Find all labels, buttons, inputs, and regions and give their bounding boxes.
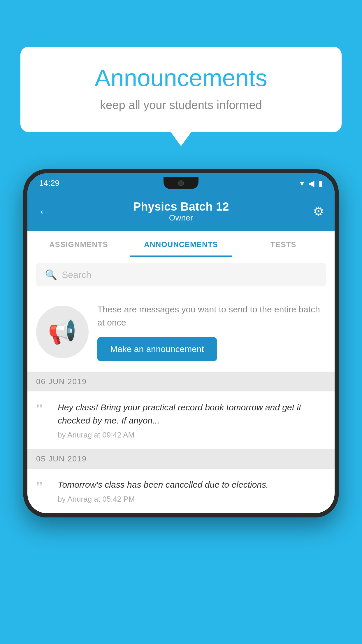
tabs-bar: ASSIGNMENTS ANNOUNCEMENTS TESTS bbox=[27, 231, 335, 257]
megaphone-icon: 📢 bbox=[48, 318, 77, 346]
announcement-intro-section: 📢 These are messages you want to send to… bbox=[27, 292, 335, 372]
header-title-group: Physics Batch 12 Owner bbox=[133, 200, 229, 223]
settings-button[interactable]: ⚙ bbox=[307, 204, 324, 218]
wifi-icon: ▾ bbox=[300, 178, 304, 188]
announcement-item-2: " Tomorrow's class has been cancelled du… bbox=[27, 469, 335, 513]
announcement-text-2: Tomorrow's class has been cancelled due … bbox=[58, 478, 326, 491]
announcement-content-1: Hey class! Bring your practical record b… bbox=[58, 401, 326, 440]
signal-icon: ◀ bbox=[308, 178, 314, 188]
speech-bubble-section: Announcements keep all your students inf… bbox=[20, 47, 342, 132]
search-icon: 🔍 bbox=[45, 269, 57, 281]
bubble-title: Announcements bbox=[44, 64, 318, 92]
bubble-subtitle: keep all your students informed bbox=[44, 99, 318, 112]
battery-icon: ▮ bbox=[319, 178, 323, 188]
phone-body: 14:29 ▾ ◀ ▮ ← Physics Batch 12 Owner ⚙ bbox=[23, 169, 339, 517]
search-section: 🔍 Search bbox=[27, 257, 335, 292]
status-time: 14:29 bbox=[39, 178, 59, 188]
quote-icon-2: " bbox=[36, 479, 51, 496]
front-camera bbox=[178, 180, 184, 186]
announcement-content-2: Tomorrow's class has been cancelled due … bbox=[58, 478, 326, 504]
announcement-meta-2: by Anurag at 05:42 PM bbox=[58, 495, 326, 504]
phone-screen: 14:29 ▾ ◀ ▮ ← Physics Batch 12 Owner ⚙ bbox=[27, 173, 335, 513]
date-header-2: 05 JUN 2019 bbox=[27, 449, 335, 469]
announcement-meta-1: by Anurag at 09:42 AM bbox=[58, 430, 326, 440]
app-header: ← Physics Batch 12 Owner ⚙ bbox=[27, 193, 335, 231]
announcement-intro-text: These are messages you want to send to t… bbox=[97, 303, 326, 329]
phone-notch bbox=[164, 177, 198, 189]
tab-announcements[interactable]: ANNOUNCEMENTS bbox=[130, 231, 232, 257]
search-placeholder: Search bbox=[62, 270, 91, 280]
status-icons: ▾ ◀ ▮ bbox=[300, 178, 323, 188]
search-bar[interactable]: 🔍 Search bbox=[36, 263, 326, 286]
batch-title: Physics Batch 12 bbox=[133, 200, 229, 213]
tab-tests[interactable]: TESTS bbox=[232, 231, 335, 257]
quote-icon-1: " bbox=[36, 402, 51, 418]
owner-label: Owner bbox=[133, 213, 229, 223]
phone-mockup: 14:29 ▾ ◀ ▮ ← Physics Batch 12 Owner ⚙ bbox=[23, 169, 339, 517]
announcement-text-1: Hey class! Bring your practical record b… bbox=[58, 401, 326, 427]
speech-bubble: Announcements keep all your students inf… bbox=[20, 47, 342, 132]
back-button[interactable]: ← bbox=[38, 204, 55, 219]
tab-assignments[interactable]: ASSIGNMENTS bbox=[27, 231, 130, 257]
megaphone-circle: 📢 bbox=[36, 306, 89, 358]
announcement-intro-content: These are messages you want to send to t… bbox=[97, 303, 326, 361]
make-announcement-button[interactable]: Make an announcement bbox=[97, 337, 217, 361]
date-header-1: 06 JUN 2019 bbox=[27, 372, 335, 391]
announcement-item-1: " Hey class! Bring your practical record… bbox=[27, 391, 335, 449]
